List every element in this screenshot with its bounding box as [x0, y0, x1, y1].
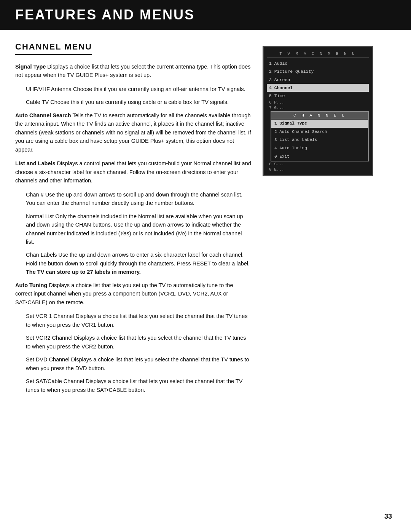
tv-channel-title: C H A N N E L: [271, 112, 368, 119]
tv-menu-partial-8: 8 S...: [267, 161, 369, 167]
indent-chan-hash: Chan # Use the up and down arrows to scr…: [26, 190, 251, 208]
text-cable: Choose this if you are currently using c…: [50, 99, 229, 105]
indent-normal-list: Normal List Only the channels included i…: [26, 212, 251, 246]
term-sat: Set SAT/Cable Channel: [26, 378, 84, 384]
page-number: 33: [384, 513, 392, 521]
tv-menu-channel-highlighted: 4 Channel: [267, 84, 369, 92]
left-column: CHANNEL MENU Signal Type Displays a choi…: [15, 42, 251, 399]
term-auto-tuning: Auto Tuning: [15, 282, 47, 288]
term-normal-list: Normal List: [26, 213, 54, 219]
tv-menu-time: 5 Time: [267, 92, 369, 100]
text-uhf: Choose this if you are currently using a…: [73, 86, 245, 92]
tv-main-menu-title: T V M A I N M E N U: [267, 50, 369, 58]
term-chan-labels: Chan Labels: [26, 252, 57, 258]
tv-menu-display: T V M A I N M E N U 1 Audio 2 Picture Qu…: [263, 46, 373, 176]
tv-channel-submenu: C H A N N E L 1 Signal Type 2 Auto Chann…: [271, 111, 369, 161]
tv-submenu-auto-tuning: 4 Auto Tuning: [271, 144, 368, 153]
term-vcr1: Set VCR 1 Channel: [26, 313, 74, 319]
term-chan-hash: Chan #: [26, 192, 44, 198]
indent-vcr1: Set VCR 1 Channel Displays a choice list…: [26, 312, 251, 329]
content-wrapper: CHANNEL MENU Signal Type Displays a choi…: [0, 42, 411, 399]
term-vcr2: Set VCR2 Channel: [26, 335, 73, 341]
tv-submenu-auto-search: 2 Auto Channel Search: [271, 128, 368, 136]
term-signal-type: Signal Type: [15, 64, 46, 70]
tv-menu-partial-6: 6 P...: [267, 100, 369, 105]
text-signal-type: Displays a choice list that lets you sel…: [15, 64, 250, 78]
term-uhf: UHF/VHF Antenna: [26, 86, 72, 92]
indent-chan-labels: Chan Labels Use the up and down arrows t…: [26, 251, 251, 276]
term-dvd: Set DVD Channel: [26, 356, 69, 363]
term-cable: Cable TV: [26, 99, 49, 105]
page-title: FEATURES AND MENUS: [15, 7, 396, 23]
para-list-labels: List and Labels Displays a control panel…: [15, 159, 251, 185]
tv-menu-partial-0: 0 E...: [267, 167, 369, 172]
tv-menu-audio: 1 Audio: [267, 59, 369, 67]
text-chan-labels-bold: The TV can store up to 27 labels in memo…: [26, 269, 141, 275]
para-signal-type: Signal Type Displays a choice list that …: [15, 62, 251, 80]
para-auto-tuning: Auto Tuning Displays a choice list that …: [15, 281, 251, 307]
header-banner: FEATURES AND MENUS: [0, 0, 411, 30]
tv-menu-partial-7: 7 G...: [267, 105, 369, 110]
text-auto-tuning: Displays a choice list that lets you set…: [15, 282, 233, 305]
indent-cable: Cable TV Choose this if you are currentl…: [26, 98, 251, 106]
indent-sat: Set SAT/Cable Channel Displays a choice …: [26, 377, 251, 394]
text-normal-list: Only the channels included in the Normal…: [26, 213, 243, 245]
text-chan-hash: Use the up and down arrows to scroll up …: [26, 192, 242, 206]
section-title: CHANNEL MENU: [15, 42, 92, 55]
indent-uhf: UHF/VHF Antenna Choose this if you are c…: [26, 85, 251, 93]
text-chan-labels: Use the up and down arrows to enter a si…: [26, 252, 250, 266]
tv-menu-screen: 3 Screen: [267, 76, 369, 84]
term-list-labels: List and Labels: [15, 160, 56, 166]
term-auto-channel: Auto Channel Search: [15, 112, 71, 118]
right-column: T V M A I N M E N U 1 Audio 2 Picture Qu…: [263, 42, 373, 399]
indent-vcr2: Set VCR2 Channel Displays a choice list …: [26, 334, 251, 351]
indent-dvd: Set DVD Channel Displays a choice list t…: [26, 355, 251, 372]
tv-submenu-signal-type: 1 Signal Type: [271, 120, 368, 128]
tv-submenu-list-labels: 3 List and Labels: [271, 136, 368, 144]
para-auto-channel: Auto Channel Search Tells the TV to sear…: [15, 111, 251, 154]
tv-submenu-exit: 0 Exit: [271, 153, 368, 161]
tv-menu-picture: 2 Picture Quality: [267, 67, 369, 75]
